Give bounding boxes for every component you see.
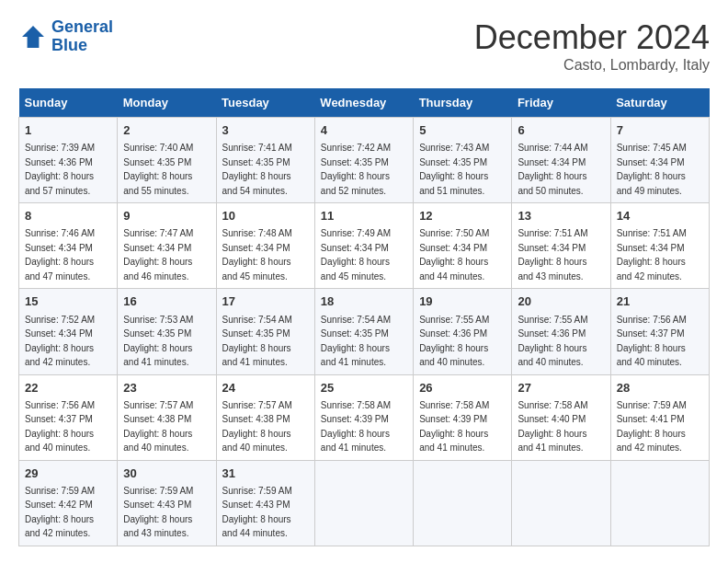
calendar-day-cell: 15 Sunrise: 7:52 AMSunset: 4:34 PMDaylig… xyxy=(19,289,118,374)
day-number: 1 xyxy=(25,122,111,139)
day-number: 3 xyxy=(222,122,309,139)
day-number: 12 xyxy=(419,208,506,224)
day-info: Sunrise: 7:44 AMSunset: 4:34 PMDaylight:… xyxy=(518,143,587,196)
calendar-day-cell xyxy=(512,460,610,546)
day-number: 21 xyxy=(617,293,703,310)
day-info: Sunrise: 7:59 AMSunset: 4:43 PMDaylight:… xyxy=(123,486,193,539)
day-info: Sunrise: 7:59 AMSunset: 4:43 PMDaylight:… xyxy=(222,486,292,539)
day-info: Sunrise: 7:58 AMSunset: 4:39 PMDaylight:… xyxy=(321,400,391,454)
calendar-day-cell: 24 Sunrise: 7:57 AMSunset: 4:38 PMDaylig… xyxy=(216,374,314,460)
calendar-day-cell: 11 Sunrise: 7:49 AMSunset: 4:34 PMDaylig… xyxy=(314,203,413,289)
calendar-day-cell: 4 Sunrise: 7:42 AMSunset: 4:35 PMDayligh… xyxy=(314,118,413,203)
day-info: Sunrise: 7:58 AMSunset: 4:40 PMDaylight:… xyxy=(518,400,587,454)
day-info: Sunrise: 7:56 AMSunset: 4:37 PMDaylight:… xyxy=(617,315,687,368)
day-number: 17 xyxy=(222,293,309,310)
calendar-day-cell: 25 Sunrise: 7:58 AMSunset: 4:39 PMDaylig… xyxy=(314,374,413,460)
page-header: General Blue December 2024 Casto, Lombar… xyxy=(18,18,710,74)
calendar-day-cell: 6 Sunrise: 7:44 AMSunset: 4:34 PMDayligh… xyxy=(512,118,610,203)
calendar-day-cell: 8 Sunrise: 7:46 AMSunset: 4:34 PMDayligh… xyxy=(19,203,118,289)
day-info: Sunrise: 7:57 AMSunset: 4:38 PMDaylight:… xyxy=(222,400,292,454)
calendar-day-cell: 14 Sunrise: 7:51 AMSunset: 4:34 PMDaylig… xyxy=(610,203,709,289)
day-info: Sunrise: 7:49 AMSunset: 4:34 PMDaylight:… xyxy=(321,228,391,282)
calendar-day-cell: 18 Sunrise: 7:54 AMSunset: 4:35 PMDaylig… xyxy=(314,289,413,374)
day-number: 25 xyxy=(321,380,407,396)
weekday-header: Monday xyxy=(118,88,216,118)
day-number: 11 xyxy=(321,208,407,224)
logo-text: General Blue xyxy=(51,18,113,55)
calendar-day-cell: 22 Sunrise: 7:56 AMSunset: 4:37 PMDaylig… xyxy=(19,374,118,460)
calendar-week-row: 8 Sunrise: 7:46 AMSunset: 4:34 PMDayligh… xyxy=(19,203,710,289)
day-info: Sunrise: 7:59 AMSunset: 4:42 PMDaylight:… xyxy=(25,486,95,539)
day-info: Sunrise: 7:41 AMSunset: 4:35 PMDaylight:… xyxy=(222,143,292,196)
day-info: Sunrise: 7:42 AMSunset: 4:35 PMDaylight:… xyxy=(321,143,391,196)
day-info: Sunrise: 7:52 AMSunset: 4:34 PMDaylight:… xyxy=(25,315,95,368)
weekday-header: Friday xyxy=(512,88,610,118)
day-info: Sunrise: 7:51 AMSunset: 4:34 PMDaylight:… xyxy=(617,228,687,282)
day-number: 9 xyxy=(123,208,210,224)
calendar-day-cell: 7 Sunrise: 7:45 AMSunset: 4:34 PMDayligh… xyxy=(610,118,709,203)
calendar-day-cell: 2 Sunrise: 7:40 AMSunset: 4:35 PMDayligh… xyxy=(118,118,216,203)
calendar-week-row: 15 Sunrise: 7:52 AMSunset: 4:34 PMDaylig… xyxy=(19,289,710,374)
day-info: Sunrise: 7:58 AMSunset: 4:39 PMDaylight:… xyxy=(419,400,489,454)
day-info: Sunrise: 7:50 AMSunset: 4:34 PMDaylight:… xyxy=(419,228,489,282)
calendar-day-cell: 20 Sunrise: 7:55 AMSunset: 4:36 PMDaylig… xyxy=(512,289,610,374)
title-section: December 2024 Casto, Lombardy, Italy xyxy=(474,18,710,74)
day-number: 10 xyxy=(222,208,309,224)
day-number: 13 xyxy=(518,208,604,224)
day-info: Sunrise: 7:46 AMSunset: 4:34 PMDaylight:… xyxy=(25,228,95,282)
day-number: 26 xyxy=(419,380,506,396)
calendar-day-cell: 29 Sunrise: 7:59 AMSunset: 4:42 PMDaylig… xyxy=(19,460,118,546)
calendar-day-cell: 31 Sunrise: 7:59 AMSunset: 4:43 PMDaylig… xyxy=(216,460,314,546)
day-number: 31 xyxy=(222,465,309,482)
day-number: 30 xyxy=(123,465,210,482)
calendar-day-cell xyxy=(414,460,512,546)
day-number: 8 xyxy=(25,208,111,224)
day-info: Sunrise: 7:51 AMSunset: 4:34 PMDaylight:… xyxy=(518,228,587,282)
calendar-day-cell: 21 Sunrise: 7:56 AMSunset: 4:37 PMDaylig… xyxy=(610,289,709,374)
weekday-header: Saturday xyxy=(610,88,709,118)
weekday-header: Wednesday xyxy=(314,88,413,118)
weekday-header: Sunday xyxy=(19,88,118,118)
day-number: 20 xyxy=(518,293,604,310)
svg-marker-0 xyxy=(22,26,44,48)
day-number: 7 xyxy=(617,122,703,139)
calendar-day-cell xyxy=(610,460,709,546)
day-number: 6 xyxy=(518,122,604,139)
day-info: Sunrise: 7:53 AMSunset: 4:35 PMDaylight:… xyxy=(123,315,193,368)
calendar-day-cell: 16 Sunrise: 7:53 AMSunset: 4:35 PMDaylig… xyxy=(118,289,216,374)
calendar-week-row: 29 Sunrise: 7:59 AMSunset: 4:42 PMDaylig… xyxy=(19,460,710,546)
day-info: Sunrise: 7:45 AMSunset: 4:34 PMDaylight:… xyxy=(617,143,687,196)
calendar-header-row: SundayMondayTuesdayWednesdayThursdayFrid… xyxy=(19,88,710,118)
calendar-day-cell: 12 Sunrise: 7:50 AMSunset: 4:34 PMDaylig… xyxy=(414,203,512,289)
day-number: 15 xyxy=(25,293,111,310)
calendar-day-cell: 5 Sunrise: 7:43 AMSunset: 4:35 PMDayligh… xyxy=(414,118,512,203)
calendar-week-row: 22 Sunrise: 7:56 AMSunset: 4:37 PMDaylig… xyxy=(19,374,710,460)
day-number: 4 xyxy=(321,122,407,139)
weekday-header: Tuesday xyxy=(216,88,314,118)
day-info: Sunrise: 7:59 AMSunset: 4:41 PMDaylight:… xyxy=(617,400,687,454)
calendar-day-cell: 19 Sunrise: 7:55 AMSunset: 4:36 PMDaylig… xyxy=(414,289,512,374)
calendar-day-cell: 1 Sunrise: 7:39 AMSunset: 4:36 PMDayligh… xyxy=(19,118,118,203)
calendar-day-cell xyxy=(314,460,413,546)
calendar-day-cell: 30 Sunrise: 7:59 AMSunset: 4:43 PMDaylig… xyxy=(118,460,216,546)
calendar-day-cell: 3 Sunrise: 7:41 AMSunset: 4:35 PMDayligh… xyxy=(216,118,314,203)
day-number: 19 xyxy=(419,293,506,310)
calendar-day-cell: 27 Sunrise: 7:58 AMSunset: 4:40 PMDaylig… xyxy=(512,374,610,460)
calendar-week-row: 1 Sunrise: 7:39 AMSunset: 4:36 PMDayligh… xyxy=(19,118,710,203)
day-info: Sunrise: 7:48 AMSunset: 4:34 PMDaylight:… xyxy=(222,228,292,282)
day-number: 22 xyxy=(25,380,111,396)
calendar-day-cell: 23 Sunrise: 7:57 AMSunset: 4:38 PMDaylig… xyxy=(118,374,216,460)
day-number: 29 xyxy=(25,465,111,482)
location-subtitle: Casto, Lombardy, Italy xyxy=(474,57,710,74)
day-number: 28 xyxy=(617,380,703,396)
day-info: Sunrise: 7:54 AMSunset: 4:35 PMDaylight:… xyxy=(321,315,391,368)
weekday-header: Thursday xyxy=(414,88,512,118)
calendar-day-cell: 9 Sunrise: 7:47 AMSunset: 4:34 PMDayligh… xyxy=(118,203,216,289)
calendar-day-cell: 17 Sunrise: 7:54 AMSunset: 4:35 PMDaylig… xyxy=(216,289,314,374)
day-info: Sunrise: 7:55 AMSunset: 4:36 PMDaylight:… xyxy=(419,315,489,368)
day-info: Sunrise: 7:40 AMSunset: 4:35 PMDaylight:… xyxy=(123,143,193,196)
day-info: Sunrise: 7:47 AMSunset: 4:34 PMDaylight:… xyxy=(123,228,193,282)
day-number: 2 xyxy=(123,122,210,139)
day-number: 23 xyxy=(123,380,210,396)
logo: General Blue xyxy=(18,18,113,55)
